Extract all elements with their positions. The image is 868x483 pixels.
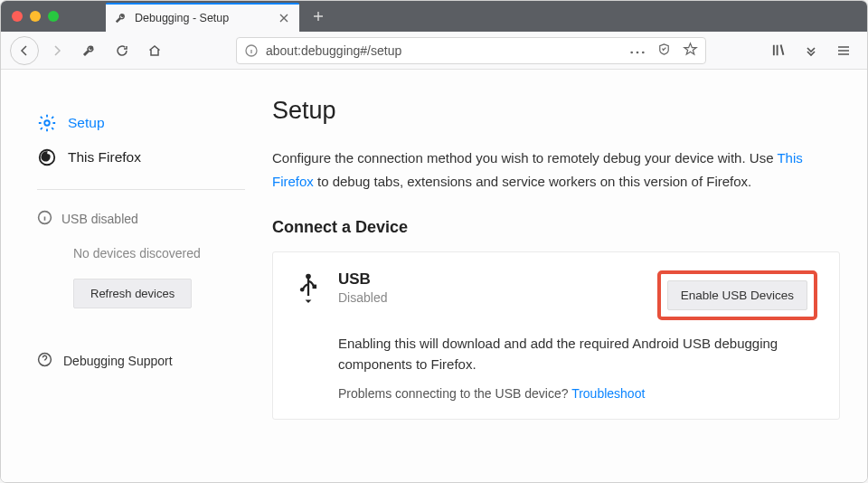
- home-button[interactable]: [140, 36, 169, 65]
- usb-description: Enabling this will download and add the …: [338, 333, 817, 375]
- svg-point-1: [630, 51, 633, 53]
- sidebar-item-setup[interactable]: Setup: [37, 106, 245, 140]
- menu-button[interactable]: [829, 36, 858, 65]
- usb-status-text: USB disabled: [61, 212, 138, 226]
- svg-point-9: [300, 288, 305, 292]
- svg-point-4: [44, 120, 50, 126]
- info-icon: [37, 210, 52, 228]
- tab-title: Debugging - Setup: [135, 12, 270, 24]
- refresh-devices-button[interactable]: Refresh devices: [73, 279, 192, 308]
- sidebar-item-label: Setup: [68, 115, 105, 131]
- connect-device-heading: Connect a Device: [272, 218, 840, 237]
- firefox-icon: [37, 147, 57, 167]
- enable-usb-devices-button[interactable]: Enable USB Devices: [667, 280, 807, 310]
- troubleshoot-link[interactable]: Troubleshoot: [571, 386, 645, 401]
- usb-status: Disabled: [338, 290, 657, 305]
- usb-troubleshoot-row: Problems connecting to the USB device? T…: [338, 386, 817, 401]
- library-button[interactable]: [764, 36, 793, 65]
- bookmark-icon[interactable]: [683, 42, 698, 60]
- highlight-ring: Enable USB Devices: [657, 270, 817, 320]
- wrench-icon: [115, 12, 127, 24]
- window-titlebar: Debugging - Setup: [1, 1, 867, 32]
- window-zoom-button[interactable]: [48, 11, 59, 22]
- svg-point-2: [637, 51, 639, 53]
- reload-button[interactable]: [108, 36, 137, 65]
- no-devices-text: No devices discovered: [37, 232, 245, 279]
- usb-device-card: USB Disabled Enable USB Devices Enabling…: [272, 251, 840, 420]
- reader-icon[interactable]: [656, 42, 672, 60]
- browser-toolbar: about:debugging#/setup: [1, 32, 867, 70]
- tab-close-icon[interactable]: [278, 12, 290, 24]
- sidebar-item-label: This Firefox: [68, 149, 141, 166]
- usb-status-row: USB disabled: [37, 206, 245, 232]
- sidebar-item-this-firefox[interactable]: This Firefox: [37, 140, 245, 175]
- sidebar-divider: [37, 189, 245, 190]
- window-close-button[interactable]: [12, 11, 23, 22]
- gear-icon: [37, 113, 57, 133]
- page-title: Setup: [272, 97, 840, 125]
- window-minimize-button[interactable]: [30, 11, 41, 22]
- forward-button[interactable]: [42, 36, 71, 65]
- main-content: Setup Configure the connection method yo…: [263, 70, 867, 482]
- overflow-button[interactable]: [797, 36, 826, 65]
- debugging-support-label: Debugging Support: [63, 354, 173, 368]
- traffic-lights: [1, 1, 70, 32]
- url-text: about:debugging#/setup: [266, 43, 622, 58]
- help-icon: [37, 352, 52, 370]
- info-icon[interactable]: [244, 43, 259, 58]
- dev-tools-button[interactable]: [75, 36, 104, 65]
- url-bar[interactable]: about:debugging#/setup: [236, 37, 706, 64]
- intro-text: Configure the connection method you wish…: [272, 147, 840, 193]
- svg-point-3: [642, 51, 645, 53]
- usb-title: USB: [338, 270, 657, 289]
- browser-tab[interactable]: Debugging - Setup: [106, 3, 299, 32]
- new-tab-button[interactable]: [305, 3, 332, 30]
- sidebar: Setup This Firefox USB disabled No devic…: [1, 70, 263, 482]
- usb-icon: [295, 272, 322, 299]
- page-actions-icon[interactable]: [629, 43, 646, 58]
- debugging-support-link[interactable]: Debugging Support: [37, 352, 245, 370]
- svg-rect-10: [313, 285, 317, 289]
- back-button[interactable]: [10, 36, 39, 65]
